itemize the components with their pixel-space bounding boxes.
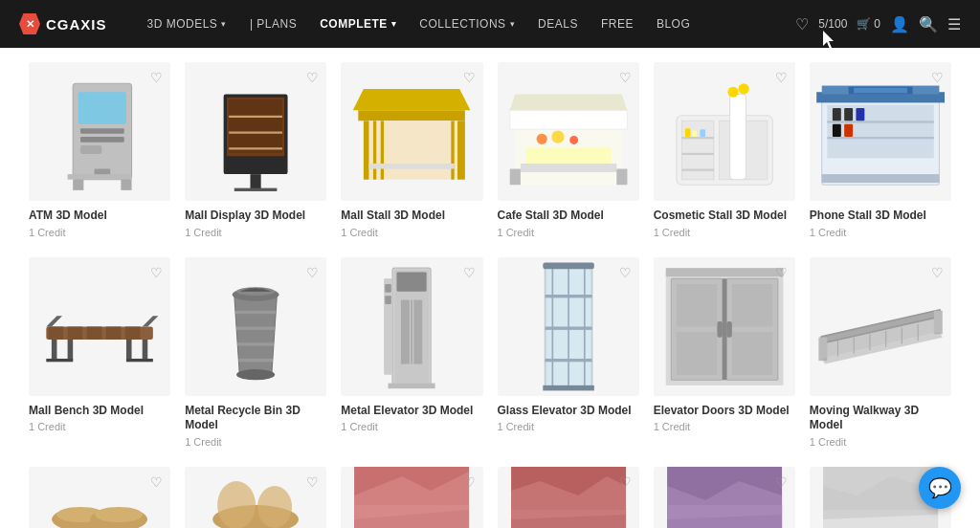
product-card-moving-walkway[interactable]: ♡ — [810, 257, 951, 448]
product-image-row3-a: ♡ — [29, 467, 170, 528]
svg-rect-55 — [856, 108, 864, 121]
product-title-atm: ATM 3D Model — [29, 209, 170, 224]
svg-rect-44 — [692, 130, 696, 137]
menu-icon[interactable]: ☰ — [947, 15, 961, 33]
wishlist-heart-elevator-doors[interactable]: ♡ — [775, 265, 788, 280]
svg-point-83 — [236, 369, 275, 380]
svg-point-31 — [536, 134, 546, 144]
product-title-glass-elevator: Glass Elevator 3D Model — [498, 404, 639, 419]
product-card-recycle-bin[interactable]: ♡ Metal Recycle — [185, 257, 326, 448]
wishlist-heart-atm[interactable]: ♡ — [150, 70, 163, 85]
logo[interactable]: ✕ CGAXIS — [19, 13, 107, 34]
svg-rect-1 — [78, 92, 126, 123]
product-card-row3-e[interactable]: ♡ — [654, 467, 795, 528]
svg-rect-67 — [106, 326, 122, 339]
product-card-cafe-stall[interactable]: ♡ Cafe Stall 3D — [498, 62, 639, 238]
svg-rect-13 — [229, 116, 282, 118]
product-credit-elevator-doors: 1 Credit — [654, 421, 795, 432]
product-credit-mall-bench: 1 Credit — [29, 421, 170, 432]
wishlist-heart-moving-walkway[interactable]: ♡ — [931, 265, 944, 280]
wishlist-heart-recycle-bin[interactable]: ♡ — [306, 265, 319, 280]
svg-rect-16 — [251, 174, 261, 190]
svg-rect-90 — [389, 383, 435, 388]
search-icon[interactable]: 🔍 — [919, 15, 938, 33]
wishlist-heart-row3-e[interactable]: ♡ — [775, 474, 788, 490]
wishlist-heart-row3-a[interactable]: ♡ — [150, 474, 163, 490]
svg-rect-23 — [452, 121, 455, 179]
svg-rect-78 — [236, 326, 275, 329]
svg-rect-100 — [545, 326, 591, 329]
product-card-phone-stall[interactable]: ♡ — [810, 62, 951, 238]
product-image-cosmetic-stall: ♡ — [654, 62, 795, 201]
svg-rect-43 — [684, 128, 690, 137]
svg-rect-17 — [234, 188, 278, 191]
product-card-metal-elevator[interactable]: ♡ — [341, 257, 482, 448]
svg-rect-64 — [49, 326, 64, 339]
wishlist-heart-cosmetic-stall[interactable]: ♡ — [775, 70, 788, 85]
svg-rect-101 — [545, 359, 591, 362]
nav-menu: 3D MODELS ▾ | PLANS COMPLETE ▾ COLLECTIO… — [136, 0, 796, 48]
product-card-elevator-doors[interactable]: ♡ — [654, 257, 795, 448]
nav-3d-models[interactable]: 3D MODELS ▾ — [136, 0, 238, 48]
wishlist-heart-cafe-stall[interactable]: ♡ — [619, 70, 632, 85]
svg-point-47 — [727, 87, 738, 98]
product-card-cosmetic-stall[interactable]: ♡ — [654, 62, 795, 238]
svg-point-32 — [551, 130, 564, 143]
nav-blog[interactable]: BLOG — [645, 0, 702, 48]
cart-button[interactable]: 🛒 0 — [857, 17, 880, 31]
wishlist-heart-metal-elevator[interactable]: ♡ — [463, 265, 476, 280]
nav-free[interactable]: FREE — [590, 0, 645, 48]
product-card-row3-a[interactable]: ♡ — [29, 467, 170, 528]
wishlist-heart-mall-bench[interactable]: ♡ — [150, 265, 163, 280]
wishlist-heart-row3-d[interactable]: ♡ — [619, 474, 632, 490]
nav-deals[interactable]: DEALS — [526, 0, 590, 48]
product-card-mall-display[interactable]: ♡ Mall Display 3D Model 1 Credit — [185, 62, 326, 238]
product-title-metal-elevator: Metal Elevator 3D Model — [341, 404, 482, 419]
wishlist-heart-mall-stall[interactable]: ♡ — [463, 70, 476, 85]
products-row-2: ♡ — [29, 257, 951, 448]
svg-rect-68 — [125, 326, 141, 339]
wishlist-heart-row3-c[interactable]: ♡ — [463, 474, 476, 490]
product-card-mall-bench[interactable]: ♡ — [29, 257, 170, 448]
svg-rect-57 — [844, 124, 853, 137]
product-credit-cafe-stall: 1 Credit — [498, 227, 639, 238]
product-image-elevator-doors: ♡ — [654, 257, 795, 396]
wishlist-icon[interactable]: ♡ — [795, 15, 809, 33]
product-card-row3-d[interactable]: ♡ — [498, 467, 639, 528]
svg-rect-58 — [822, 174, 940, 183]
product-credit-metal-elevator: 1 Credit — [341, 421, 482, 432]
product-image-row3-c: ♡ — [341, 467, 482, 528]
user-icon[interactable]: 👤 — [890, 15, 909, 33]
svg-rect-99 — [545, 295, 591, 297]
svg-rect-111 — [677, 332, 717, 375]
wishlist-heart-phone-stall[interactable]: ♡ — [931, 70, 944, 85]
product-card-glass-elevator[interactable]: ♡ — [498, 257, 639, 448]
chat-button[interactable]: 💬 — [919, 467, 961, 509]
wishlist-heart-glass-elevator[interactable]: ♡ — [619, 265, 632, 280]
svg-rect-21 — [373, 121, 376, 179]
nav-plans[interactable]: | PLANS — [238, 0, 308, 48]
svg-rect-103 — [543, 385, 594, 390]
product-card-row3-c[interactable]: ♡ — [341, 467, 482, 528]
svg-rect-56 — [833, 124, 841, 137]
svg-rect-71 — [126, 339, 132, 360]
wishlist-heart-row3-b[interactable]: ♡ — [306, 474, 319, 490]
svg-rect-40 — [681, 137, 713, 139]
product-title-mall-bench: Mall Bench 3D Model — [29, 404, 170, 419]
svg-rect-6 — [68, 174, 132, 180]
product-card-mall-stall[interactable]: ♡ Mall Stall 3D Model — [341, 62, 482, 238]
navbar: ✕ CGAXIS 3D MODELS ▾ | PLANS COMPLETE ▾ … — [0, 0, 980, 48]
nav-complete[interactable]: COMPLETE ▾ — [308, 0, 408, 48]
product-card-atm[interactable]: ♡ ATM 3D Model 1 Credit — [29, 62, 170, 238]
svg-rect-126 — [818, 337, 827, 361]
nav-collections[interactable]: COLLECTIONS ▾ — [408, 0, 526, 48]
svg-rect-125 — [934, 310, 943, 334]
product-card-row3-b[interactable]: ♡ — [185, 467, 326, 528]
svg-rect-70 — [68, 339, 74, 360]
svg-marker-18 — [359, 110, 466, 121]
svg-rect-2 — [80, 128, 124, 134]
product-credit-moving-walkway: 1 Credit — [810, 436, 951, 448]
svg-rect-42 — [681, 169, 713, 171]
chat-icon: 💬 — [928, 476, 952, 499]
wishlist-heart-mall-display[interactable]: ♡ — [306, 70, 319, 85]
